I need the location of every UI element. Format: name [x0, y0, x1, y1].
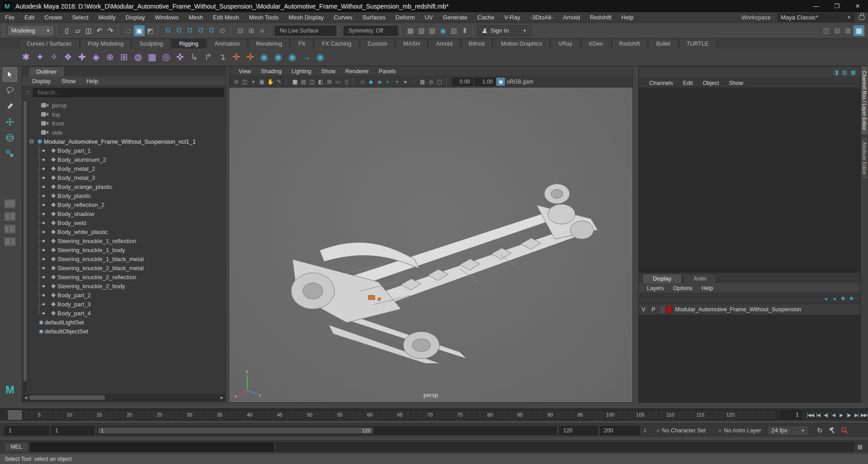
resolution-gate-icon[interactable]: ◫	[308, 78, 316, 86]
sidebar-vertical-tab[interactable]: Channel Box / Layer Editor	[861, 66, 868, 135]
shelf-tab[interactable]: VRay	[551, 39, 580, 48]
close-button[interactable]: ✕	[847, 0, 868, 12]
animation-end-field[interactable]: 200	[600, 426, 640, 435]
show-layer-editor-icon[interactable]: ▤	[840, 68, 849, 76]
play-backwards-button[interactable]: ◀	[830, 410, 837, 419]
playback-loop-icon[interactable]: ↻	[814, 425, 825, 436]
step-forward-key-button[interactable]: |▶	[845, 410, 853, 419]
shelf-tab[interactable]: Rendering	[248, 39, 290, 48]
time-slider-ruler[interactable]: 5101520253035404550556065707580859095100…	[5, 410, 777, 420]
step-forward-frame-button[interactable]: ▶|	[853, 410, 860, 419]
skeleton-icon[interactable]: ✚	[75, 50, 89, 64]
outliner-mesh-item[interactable]: ❖ Body_orange_plastic	[39, 182, 225, 191]
layer-color-swatch[interactable]	[666, 306, 672, 313]
layer-type-swatch[interactable]	[660, 306, 665, 313]
channel-box-menu-item[interactable]: Show	[724, 78, 748, 89]
outliner-menu-item[interactable]: Help	[81, 76, 104, 87]
current-layout-icon[interactable]: ▦	[854, 25, 864, 36]
layer-name[interactable]: Modular_Automotive_Frame_Without_Suspens…	[675, 306, 801, 313]
bookmarks-icon[interactable]: ▾	[249, 78, 258, 86]
show-both-icon[interactable]: ▦	[849, 68, 858, 76]
shelf-tab[interactable]: Bullet	[648, 39, 678, 48]
menu-item[interactable]: Edit Mesh	[208, 12, 244, 23]
outliner-panel-tab[interactable]: Outliner	[28, 66, 65, 76]
screen-space-ao-icon[interactable]: ●	[401, 78, 410, 86]
scroll-left-icon[interactable]: ◀	[22, 395, 29, 400]
menu-item[interactable]: Windows	[150, 12, 184, 23]
shadows-icon[interactable]: ◑	[392, 78, 401, 86]
scale-tool-button[interactable]	[3, 146, 17, 161]
outliner-camera-item[interactable]: front	[29, 119, 225, 128]
outliner-mesh-item[interactable]: ❖ Body_metal_2	[39, 164, 225, 173]
symmetry-field[interactable]: Symmetry: Off	[344, 26, 398, 36]
outliner-mesh-item[interactable]: ❖ Steering_knuckle_1_body	[39, 245, 225, 254]
drag-grip[interactable]	[2, 25, 5, 37]
ik-spline-icon[interactable]: ✧	[47, 50, 61, 64]
viewport-model[interactable]	[265, 146, 609, 363]
shelf-tab[interactable]: Custom	[360, 39, 395, 48]
two-pane-layout-icon[interactable]: ⊟	[832, 25, 843, 36]
step-back-frame-button[interactable]: |◀	[814, 410, 822, 419]
outliner-mesh-item[interactable]: ❖ Body_metal_3	[39, 173, 225, 182]
connect-joint-icon[interactable]: ↳	[187, 50, 201, 64]
shelf-tab[interactable]: XGen	[581, 39, 611, 48]
layout-persp-graph-button[interactable]	[3, 236, 17, 247]
ik-handle-icon[interactable]: ✦	[33, 50, 47, 64]
colorspace-label[interactable]: sRGB gam	[507, 79, 533, 85]
status-separator[interactable]	[230, 25, 233, 36]
outliner-set-item[interactable]: ◉ defaultLightSet	[29, 318, 225, 327]
constraint-icon[interactable]: ❖	[61, 50, 75, 64]
shelf-tab[interactable]: Arnold	[428, 39, 460, 48]
spin-down-icon[interactable]: ▼	[643, 431, 646, 433]
sign-in-button[interactable]: Sign In ▼	[477, 25, 532, 36]
select-component-icon[interactable]: ◩	[145, 25, 156, 36]
outliner-mesh-item[interactable]: ❖ Body_part_1	[39, 146, 225, 155]
isolate-select-icon[interactable]: ▢	[435, 78, 444, 86]
outliner-mesh-item[interactable]: ❖ Body_part_2	[39, 291, 225, 300]
status-separator[interactable]	[472, 25, 475, 36]
menu-item[interactable]: Mesh Display	[283, 12, 329, 23]
collapse-expander-icon[interactable]: ⊟	[29, 138, 36, 145]
paint-weights-icon[interactable]: ⊕	[103, 50, 117, 64]
snap-view-plane-icon[interactable]: Ω	[206, 25, 217, 36]
select-hierarchy-icon[interactable]: □	[123, 25, 134, 36]
layer-editor-tab[interactable]: Display	[642, 274, 682, 283]
safe-action-icon[interactable]: ▭	[334, 78, 342, 86]
menu-item[interactable]: Curves	[329, 12, 357, 23]
muscle-spline-icon[interactable]: ◉	[285, 50, 299, 64]
snap-point-icon[interactable]: Ω	[184, 25, 195, 36]
animation-start-field[interactable]: 1	[5, 426, 49, 435]
select-object-icon[interactable]: ▣	[134, 25, 145, 36]
range-spinner[interactable]: ▲ ▼	[643, 428, 646, 433]
four-pane-layout-icon[interactable]: ⊞	[843, 25, 854, 36]
paint-select-tool-button[interactable]	[3, 99, 17, 113]
move-tool-button[interactable]	[3, 115, 17, 129]
channel-box-menu-item[interactable]: Edit	[678, 78, 698, 89]
move-layer-down-icon[interactable]: ◂	[830, 295, 839, 303]
menu-item[interactable]: V-Ray	[499, 12, 525, 23]
multisampling-icon[interactable]: ▩	[418, 78, 427, 86]
outliner-menu-item[interactable]: Display	[27, 76, 56, 87]
menu-item[interactable]: Arnold	[558, 12, 585, 23]
sidebar-vertical-tab[interactable]: Attribute Editor	[861, 137, 868, 180]
layer-from-selected-icon[interactable]: ❖	[847, 295, 856, 303]
outliner-mesh-item[interactable]: ❖ Steering_knuckle_2_reflection	[39, 272, 225, 281]
playback-end-field[interactable]: 120	[559, 426, 598, 435]
current-frame-marker[interactable]	[8, 410, 22, 420]
menu-item[interactable]: UV	[420, 12, 438, 23]
display-layer-row[interactable]: V P Modular_Automotive_Frame_Without_Sus…	[639, 304, 860, 315]
menu-item[interactable]: Surfaces	[358, 12, 391, 23]
shelf-tab[interactable]: Animation	[207, 39, 248, 48]
layout-single-pane-button[interactable]	[3, 198, 17, 209]
layout-persp-outliner-button[interactable]	[3, 224, 17, 234]
launch-render-icon[interactable]: ▥	[448, 25, 459, 36]
workspace-select[interactable]: Maya Classic* ▼	[778, 13, 854, 22]
shelf-tab[interactable]: MASH	[396, 39, 427, 48]
go-to-start-button[interactable]: |◀◀	[807, 410, 814, 419]
layer-editor-menu-item[interactable]: Layers	[642, 283, 669, 294]
anim-layer-select[interactable]: ≡ No Anim Layer	[718, 427, 761, 434]
menu-item[interactable]: Mesh Tools	[244, 12, 284, 23]
channel-box-menu-item[interactable]: Object	[698, 78, 724, 89]
scroll-right-icon[interactable]: ▶	[218, 395, 226, 400]
menu-item[interactable]: Display	[121, 12, 150, 23]
